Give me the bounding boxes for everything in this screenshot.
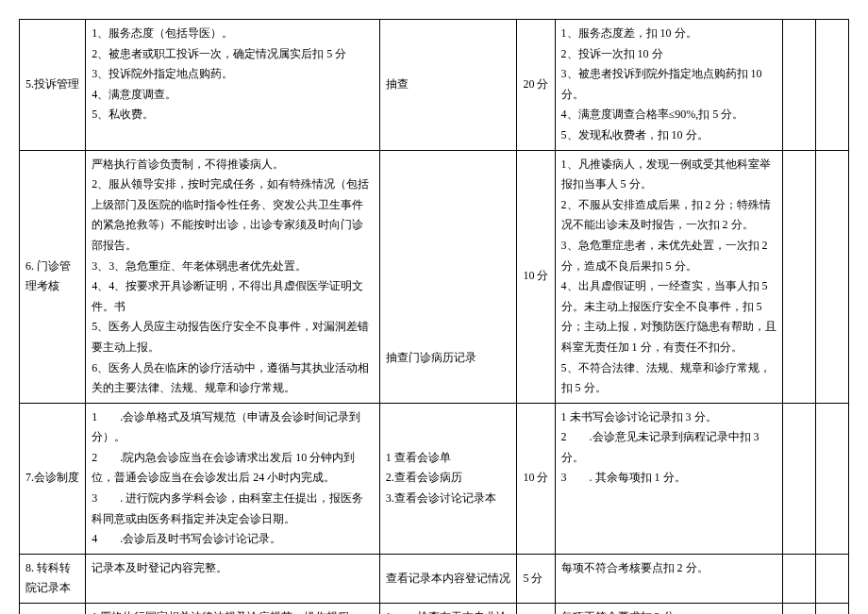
row-blank [815,554,848,603]
row-blank [782,20,815,151]
row-score: 10 分 [517,604,555,614]
row-deduction: 1、服务态度差，扣 10 分。2、投诉一次扣 10 分3、被患者投诉到院外指定地… [555,20,782,151]
row-score: 10 分 [517,403,555,554]
row-deduction: 每项不符合考核要点扣 2 分。 [555,554,782,603]
row-content: 1 严格执行国家相关法律法规及诊疗规范、操作规程。2.严格执行人员准入制度。3 … [86,604,379,614]
row-name: 8. 转科转院记录本 [20,554,86,603]
row-blank [815,604,848,614]
row-deduction: 1 未书写会诊讨论记录扣 3 分。2 .会诊意见未记录到病程记录中扣 3 分。3… [555,403,782,554]
row-name: 5.投诉管理 [20,20,86,151]
row-method: 抽查门诊病历记录 [379,150,517,403]
row-blank [782,403,815,554]
row-score: 10 分 [517,150,555,403]
row-name: 9.依法执业 [20,604,86,614]
row-method: 抽查 [379,20,517,151]
row-name: 6. 门诊管理考核 [20,150,86,403]
row-name: 7.会诊制度 [20,403,86,554]
row-deduction: 1、凡推诿病人，发现一例或受其他科室举报扣当事人 5 分。2、不服从安排造成后果… [555,150,782,403]
row-blank [815,403,848,554]
row-method: 1 .检查有无本专业诊疗指南、技术操作规程规范2 . 随机检查值班表，是否有无证… [379,604,517,614]
assessment-table: 5.投诉管理1、服务态度（包括导医）。2、被患者或职工投诉一次，确定情况属实后扣… [19,19,849,614]
row-blank [815,20,848,151]
row-score: 5 分 [517,554,555,603]
row-blank [782,554,815,603]
table-row: 6. 门诊管理考核严格执行首诊负责制，不得推诿病人。2、服从领导安排，按时完成任… [20,150,849,403]
row-content: 严格执行首诊负责制，不得推诿病人。2、服从领导安排，按时完成任务，如有特殊情况（… [86,150,379,403]
row-content: 记录本及时登记内容完整。 [86,554,379,603]
table-row: 7.会诊制度1 .会诊单格式及填写规范（申请及会诊时间记录到分）。2 .院内急会… [20,403,849,554]
table-row: 5.投诉管理1、服务态度（包括导医）。2、被患者或职工投诉一次，确定情况属实后扣… [20,20,849,151]
row-deduction: 每项不符合要求扣 2 分 [555,604,782,614]
row-score: 20 分 [517,20,555,151]
row-method: 1 查看会诊单2.查看会诊病历3.查看会诊讨论记录本 [379,403,517,554]
table-row: 8. 转科转院记录本记录本及时登记内容完整。查看记录本内容登记情况5 分每项不符… [20,554,849,603]
row-content: 1 .会诊单格式及填写规范（申请及会诊时间记录到分）。2 .院内急会诊应当在会诊… [86,403,379,554]
row-method: 查看记录本内容登记情况 [379,554,517,603]
row-blank [782,604,815,614]
table-row: 9.依法执业1 严格执行国家相关法律法规及诊疗规范、操作规程。2.严格执行人员准… [20,604,849,614]
row-blank [815,150,848,403]
row-content: 1、服务态度（包括导医）。2、被患者或职工投诉一次，确定情况属实后扣 5 分3、… [86,20,379,151]
row-blank [782,150,815,403]
